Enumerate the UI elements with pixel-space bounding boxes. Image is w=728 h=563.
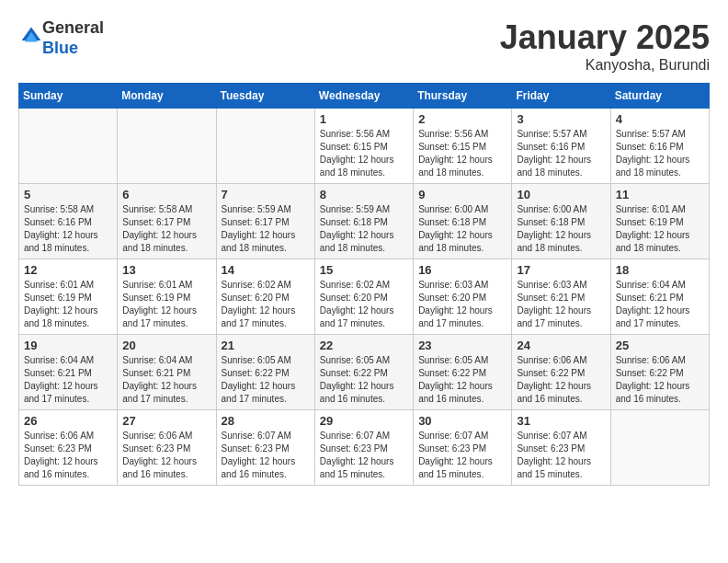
day-info: Sunrise: 5:57 AMSunset: 6:16 PMDaylight:…: [616, 128, 704, 179]
calendar-cell: 18Sunrise: 6:04 AMSunset: 6:21 PMDayligh…: [610, 259, 709, 335]
day-number: 24: [517, 339, 605, 352]
day-info: Sunrise: 6:01 AMSunset: 6:19 PMDaylight:…: [24, 279, 112, 330]
day-info: Sunrise: 6:02 AMSunset: 6:20 PMDaylight:…: [222, 279, 310, 330]
weekday-header: Friday: [512, 84, 610, 109]
day-info: Sunrise: 6:01 AMSunset: 6:19 PMDaylight:…: [122, 279, 210, 330]
day-number: 10: [517, 188, 605, 201]
logo-icon: [20, 26, 42, 48]
day-number: 19: [24, 339, 112, 352]
calendar-cell: 19Sunrise: 6:04 AMSunset: 6:21 PMDayligh…: [19, 335, 118, 410]
calendar-cell: 14Sunrise: 6:02 AMSunset: 6:20 PMDayligh…: [216, 259, 314, 335]
day-number: 8: [320, 188, 408, 201]
title-block: January 2025 Kanyosha, Burundi: [500, 18, 710, 74]
calendar-cell: 12Sunrise: 6:01 AMSunset: 6:19 PMDayligh…: [19, 259, 118, 335]
day-info: Sunrise: 6:07 AMSunset: 6:23 PMDaylight:…: [320, 430, 408, 481]
calendar-week: 19Sunrise: 6:04 AMSunset: 6:21 PMDayligh…: [19, 335, 710, 410]
calendar-cell: 22Sunrise: 6:05 AMSunset: 6:22 PMDayligh…: [314, 335, 413, 410]
day-info: Sunrise: 6:07 AMSunset: 6:23 PMDaylight:…: [222, 430, 310, 481]
calendar-cell: 2Sunrise: 5:56 AMSunset: 6:15 PMDaylight…: [414, 109, 512, 184]
day-number: 1: [320, 112, 408, 126]
day-info: Sunrise: 5:56 AMSunset: 6:15 PMDaylight:…: [418, 128, 506, 179]
day-number: 14: [222, 263, 310, 277]
day-info: Sunrise: 6:00 AMSunset: 6:18 PMDaylight:…: [517, 203, 605, 255]
day-number: 11: [616, 188, 704, 201]
calendar-cell: 7Sunrise: 5:59 AMSunset: 6:17 PMDaylight…: [216, 184, 314, 259]
calendar-cell: 23Sunrise: 6:05 AMSunset: 6:22 PMDayligh…: [414, 335, 512, 410]
weekday-header: Thursday: [414, 84, 512, 109]
calendar-cell: 26Sunrise: 6:06 AMSunset: 6:23 PMDayligh…: [19, 410, 118, 486]
day-info: Sunrise: 6:02 AMSunset: 6:20 PMDaylight:…: [320, 279, 408, 330]
day-info: Sunrise: 6:06 AMSunset: 6:22 PMDaylight:…: [517, 354, 605, 406]
calendar-cell: [610, 410, 709, 486]
calendar-header: SundayMondayTuesdayWednesdayThursdayFrid…: [19, 84, 710, 109]
day-info: Sunrise: 6:04 AMSunset: 6:21 PMDaylight:…: [122, 354, 210, 406]
day-info: Sunrise: 6:06 AMSunset: 6:23 PMDaylight:…: [24, 430, 112, 481]
calendar-cell: 17Sunrise: 6:03 AMSunset: 6:21 PMDayligh…: [512, 259, 610, 335]
calendar-cell: 31Sunrise: 6:07 AMSunset: 6:23 PMDayligh…: [512, 410, 610, 486]
day-number: 4: [616, 112, 704, 126]
day-number: 22: [320, 339, 408, 352]
day-info: Sunrise: 6:07 AMSunset: 6:23 PMDaylight:…: [517, 430, 605, 481]
day-number: 12: [24, 263, 112, 277]
calendar-body: 1Sunrise: 5:56 AMSunset: 6:15 PMDaylight…: [19, 109, 710, 486]
day-number: 20: [122, 339, 210, 352]
calendar-cell: 1Sunrise: 5:56 AMSunset: 6:15 PMDaylight…: [314, 109, 413, 184]
calendar-cell: 27Sunrise: 6:06 AMSunset: 6:23 PMDayligh…: [118, 410, 216, 486]
day-info: Sunrise: 6:05 AMSunset: 6:22 PMDaylight:…: [222, 354, 310, 406]
calendar-cell: 3Sunrise: 5:57 AMSunset: 6:16 PMDaylight…: [512, 109, 610, 184]
day-info: Sunrise: 6:00 AMSunset: 6:18 PMDaylight:…: [418, 203, 506, 255]
calendar-cell: 29Sunrise: 6:07 AMSunset: 6:23 PMDayligh…: [314, 410, 413, 486]
day-number: 23: [418, 339, 506, 352]
day-number: 2: [418, 112, 506, 126]
calendar-week: 26Sunrise: 6:06 AMSunset: 6:23 PMDayligh…: [19, 410, 710, 486]
day-number: 16: [418, 263, 506, 277]
day-number: 30: [418, 414, 506, 428]
calendar-week: 12Sunrise: 6:01 AMSunset: 6:19 PMDayligh…: [19, 259, 710, 335]
weekday-header: Sunday: [19, 84, 118, 109]
day-info: Sunrise: 5:58 AMSunset: 6:16 PMDaylight:…: [24, 203, 112, 255]
calendar-cell: 16Sunrise: 6:03 AMSunset: 6:20 PMDayligh…: [414, 259, 512, 335]
calendar-cell: [118, 109, 216, 184]
day-number: 9: [418, 188, 506, 201]
day-info: Sunrise: 6:03 AMSunset: 6:21 PMDaylight:…: [517, 279, 605, 330]
day-number: 15: [320, 263, 408, 277]
calendar-cell: 15Sunrise: 6:02 AMSunset: 6:20 PMDayligh…: [314, 259, 413, 335]
day-number: 7: [222, 188, 310, 201]
calendar-table: SundayMondayTuesdayWednesdayThursdayFrid…: [18, 83, 710, 486]
day-info: Sunrise: 6:04 AMSunset: 6:21 PMDaylight:…: [616, 279, 704, 330]
day-number: 26: [24, 414, 112, 428]
calendar-cell: 6Sunrise: 5:58 AMSunset: 6:17 PMDaylight…: [118, 184, 216, 259]
day-number: 17: [517, 263, 605, 277]
day-number: 27: [122, 414, 210, 428]
calendar-cell: 13Sunrise: 6:01 AMSunset: 6:19 PMDayligh…: [118, 259, 216, 335]
day-info: Sunrise: 5:59 AMSunset: 6:18 PMDaylight:…: [320, 203, 408, 255]
weekday-header: Wednesday: [314, 84, 413, 109]
calendar-cell: [19, 109, 118, 184]
day-number: 3: [517, 112, 605, 126]
weekday-header: Tuesday: [216, 84, 314, 109]
calendar-week: 5Sunrise: 5:58 AMSunset: 6:16 PMDaylight…: [19, 184, 710, 259]
day-number: 21: [222, 339, 310, 352]
logo: General Blue: [18, 18, 104, 58]
day-info: Sunrise: 6:05 AMSunset: 6:22 PMDaylight:…: [320, 354, 408, 406]
day-number: 6: [122, 188, 210, 201]
location-title: Kanyosha, Burundi: [500, 57, 710, 74]
weekday-header: Monday: [118, 84, 216, 109]
calendar-cell: 10Sunrise: 6:00 AMSunset: 6:18 PMDayligh…: [512, 184, 610, 259]
calendar-cell: [216, 109, 314, 184]
calendar-cell: 8Sunrise: 5:59 AMSunset: 6:18 PMDaylight…: [314, 184, 413, 259]
day-info: Sunrise: 5:58 AMSunset: 6:17 PMDaylight:…: [122, 203, 210, 255]
day-number: 31: [517, 414, 605, 428]
day-info: Sunrise: 6:04 AMSunset: 6:21 PMDaylight:…: [24, 354, 112, 406]
day-info: Sunrise: 6:07 AMSunset: 6:23 PMDaylight:…: [418, 430, 506, 481]
calendar-cell: 20Sunrise: 6:04 AMSunset: 6:21 PMDayligh…: [118, 335, 216, 410]
calendar-cell: 9Sunrise: 6:00 AMSunset: 6:18 PMDaylight…: [414, 184, 512, 259]
day-info: Sunrise: 6:01 AMSunset: 6:19 PMDaylight:…: [616, 203, 704, 255]
logo-general: General: [42, 18, 104, 37]
weekday-row: SundayMondayTuesdayWednesdayThursdayFrid…: [19, 84, 710, 109]
logo-text: General Blue: [42, 18, 104, 58]
day-info: Sunrise: 6:03 AMSunset: 6:20 PMDaylight:…: [418, 279, 506, 330]
day-number: 5: [24, 188, 112, 201]
calendar-cell: 21Sunrise: 6:05 AMSunset: 6:22 PMDayligh…: [216, 335, 314, 410]
day-info: Sunrise: 6:05 AMSunset: 6:22 PMDaylight:…: [418, 354, 506, 406]
